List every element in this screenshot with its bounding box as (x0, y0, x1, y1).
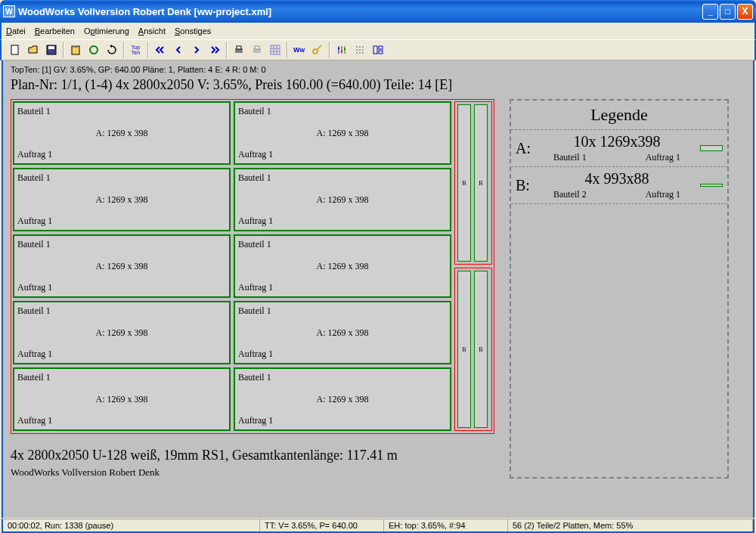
save-button[interactable] (42, 42, 60, 58)
refresh-button[interactable] (103, 42, 120, 58)
svg-rect-2 (48, 46, 54, 49)
menubar: Datei Bearbeiten Optimierung Ansicht Son… (0, 23, 756, 39)
status-time: 00:00:02, Run: 1338 (pause) (3, 519, 260, 531)
credits-line: WoodWorks Vollversion Robert Denk (11, 466, 494, 479)
svg-rect-33 (379, 46, 383, 49)
svg-rect-22 (344, 48, 345, 50)
status-eh: EH: top: 3.65%, #:94 (384, 519, 508, 531)
plan-area: Bauteil 1A: 1269 x 398Auftrag 1 Bauteil … (11, 99, 494, 479)
svg-point-30 (359, 52, 361, 54)
maximize-button[interactable]: □ (720, 4, 736, 20)
layout-button[interactable] (369, 42, 386, 58)
topten-line: TopTen: [1] GV: 3.65%, GP: 640.00 Pläne:… (11, 65, 745, 74)
menu-bearbeiten[interactable]: Bearbeiten (35, 26, 75, 36)
svg-rect-20 (338, 48, 339, 49)
prev-button[interactable] (169, 42, 187, 58)
svg-point-23 (356, 46, 358, 48)
status-tt: TT: V= 3.65%, P= 640.00 (260, 519, 384, 531)
svg-point-27 (359, 49, 361, 51)
legend-row-b[interactable]: B: 4x 993x88 Bauteil 2Auftrag 1 (511, 166, 727, 203)
key-button[interactable] (308, 42, 326, 58)
status-mem: 56 (2) Teile/2 Platten, Mem: 55% (508, 519, 753, 531)
svg-point-31 (362, 52, 364, 54)
next-button[interactable] (187, 42, 205, 58)
plan-part-b[interactable]: B (474, 271, 488, 428)
plan-header: Plan-Nr: 1/1, (1-4) 4x 2800x2050 V: 3.65… (11, 77, 745, 93)
statusbar: 00:00:02, Run: 1338 (pause) TT: V= 3.65%… (2, 519, 754, 533)
print2-button[interactable] (248, 42, 265, 58)
plan-part-a[interactable]: Bauteil 1A: 1269 x 398Auftrag 1 (13, 234, 231, 298)
menu-ansicht[interactable]: Ansicht (138, 26, 166, 36)
first-button[interactable] (151, 42, 169, 58)
svg-line-16 (317, 45, 321, 50)
plan-part-b[interactable]: B (457, 104, 471, 262)
toolbar: TopTen WW (0, 39, 756, 60)
dots-button[interactable] (351, 42, 368, 58)
plan-part-a[interactable]: Bauteil 1A: 1269 x 398Auftrag 1 (234, 101, 451, 165)
plan-part-a[interactable]: Bauteil 1A: 1269 x 398Auftrag 1 (13, 301, 231, 364)
svg-rect-0 (11, 45, 18, 54)
new-button[interactable] (6, 42, 23, 58)
svg-rect-4 (73, 45, 78, 48)
menu-sonstiges[interactable]: Sonstiges (175, 26, 211, 36)
legend-swatch-b (700, 184, 723, 187)
print-button[interactable] (230, 42, 247, 58)
plan-part-a[interactable]: Bauteil 1A: 1269 x 398Auftrag 1 (13, 101, 231, 165)
svg-rect-10 (271, 45, 280, 54)
menu-datei[interactable]: Datei (6, 26, 26, 36)
window-title: WoodWorks Vollversion Robert Denk [ww-pr… (18, 6, 702, 17)
run-button[interactable] (85, 42, 102, 58)
plan-part-b[interactable]: B (457, 271, 471, 428)
plan-part-a[interactable]: Bauteil 1A: 1269 x 398Auftrag 1 (234, 234, 451, 298)
plan-part-b[interactable]: B (474, 104, 488, 262)
legend-swatch-a (700, 145, 723, 151)
titlebar: W WoodWorks Vollversion Robert Denk [ww-… (0, 0, 756, 23)
svg-point-28 (362, 49, 364, 51)
topten-button[interactable]: TopTen (127, 42, 144, 58)
content-area: TopTen: [1] GV: 3.65%, GP: 640.00 Pläne:… (2, 60, 754, 518)
svg-point-26 (356, 49, 358, 51)
legend-title: Legende (511, 101, 727, 129)
svg-rect-32 (373, 46, 377, 54)
sliders-button[interactable] (333, 42, 350, 58)
svg-point-25 (362, 46, 364, 48)
legend-row-a[interactable]: A: 10x 1269x398 Bauteil 1Auftrag 1 (511, 129, 727, 166)
svg-rect-21 (341, 51, 342, 52)
menu-optimierung[interactable]: Optimierung (84, 26, 129, 36)
svg-rect-7 (237, 46, 241, 49)
svg-point-24 (359, 46, 361, 48)
app-icon: W (3, 5, 15, 17)
minimize-button[interactable]: _ (702, 4, 718, 20)
clipboard-button[interactable] (67, 42, 84, 58)
svg-rect-34 (379, 51, 383, 54)
ww-button[interactable]: WW (290, 42, 308, 58)
open-button[interactable] (24, 42, 42, 58)
plan-part-a[interactable]: Bauteil 1A: 1269 x 398Auftrag 1 (234, 367, 451, 431)
summary-line: 4x 2800x2050 U-128 weiß, 19mm RS1, Gesam… (11, 448, 494, 463)
plan-part-a[interactable]: Bauteil 1A: 1269 x 398Auftrag 1 (234, 168, 451, 231)
legend-panel: Legende A: 10x 1269x398 Bauteil 1Auftrag… (510, 99, 729, 479)
plan-part-a[interactable]: Bauteil 1A: 1269 x 398Auftrag 1 (13, 367, 231, 431)
plan-part-a[interactable]: Bauteil 1A: 1269 x 398Auftrag 1 (13, 168, 231, 231)
grid-button[interactable] (266, 42, 284, 58)
svg-point-5 (90, 46, 98, 54)
close-button[interactable]: X (737, 4, 753, 20)
plan-part-a[interactable]: Bauteil 1A: 1269 x 398Auftrag 1 (234, 301, 451, 364)
last-button[interactable] (206, 42, 223, 58)
plan-sheet[interactable]: Bauteil 1A: 1269 x 398Auftrag 1 Bauteil … (11, 99, 494, 434)
svg-rect-9 (255, 46, 259, 49)
svg-point-29 (356, 52, 358, 54)
